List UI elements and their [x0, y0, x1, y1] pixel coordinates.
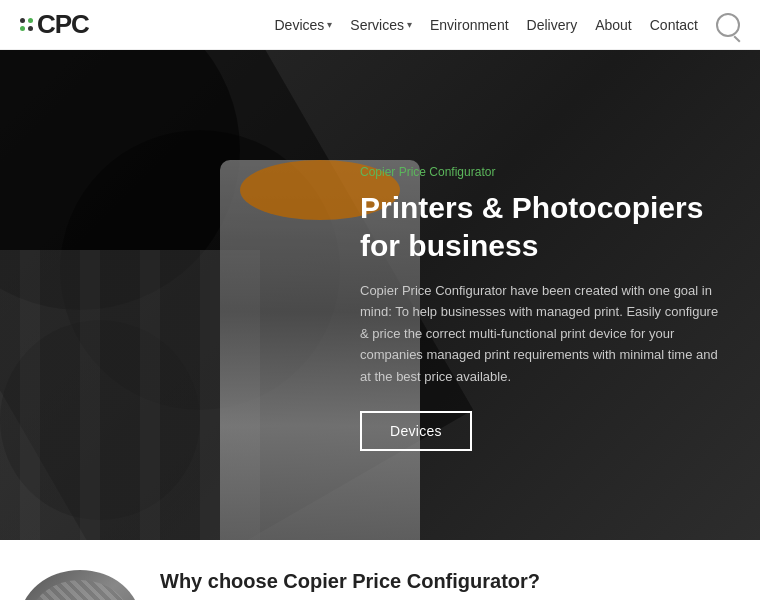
logo[interactable]: CPC	[20, 9, 89, 40]
logo-text: CPC	[37, 9, 89, 40]
nav-item-about[interactable]: About	[595, 17, 632, 33]
nav-item-delivery[interactable]: Delivery	[527, 17, 578, 33]
chevron-down-icon: ▾	[327, 19, 332, 30]
below-hero-image	[20, 570, 140, 600]
nav-item-devices[interactable]: Devices ▾	[275, 17, 333, 33]
logo-dot-2	[28, 18, 33, 23]
chevron-down-icon: ▾	[407, 19, 412, 30]
nav-item-environment[interactable]: Environment	[430, 17, 509, 33]
below-hero-section: Why choose Copier Price Configurator? We…	[0, 540, 760, 600]
nav-item-services[interactable]: Services ▾	[350, 17, 412, 33]
hero-tag: Copier Price Configurator	[360, 165, 730, 179]
hero-section: Copier Price Configurator Printers & Pho…	[0, 50, 760, 540]
header: CPC Devices ▾ Services ▾ Environment Del…	[0, 0, 760, 50]
main-nav: Devices ▾ Services ▾ Environment Deliver…	[275, 13, 741, 37]
below-hero-title: Why choose Copier Price Configurator?	[160, 570, 740, 593]
search-icon[interactable]	[716, 13, 740, 37]
logo-dots	[20, 18, 33, 31]
devices-button[interactable]: Devices	[360, 411, 472, 451]
hero-description: Copier Price Configurator have been crea…	[360, 280, 730, 387]
logo-dot-4	[28, 26, 33, 31]
hero-title: Printers & Photocopiers for business	[360, 189, 730, 264]
hero-content: Copier Price Configurator Printers & Pho…	[360, 165, 730, 451]
logo-dot-1	[20, 18, 25, 23]
nav-item-contact[interactable]: Contact	[650, 17, 698, 33]
logo-dot-3	[20, 26, 25, 31]
below-hero-text: Why choose Copier Price Configurator? We…	[160, 570, 740, 600]
